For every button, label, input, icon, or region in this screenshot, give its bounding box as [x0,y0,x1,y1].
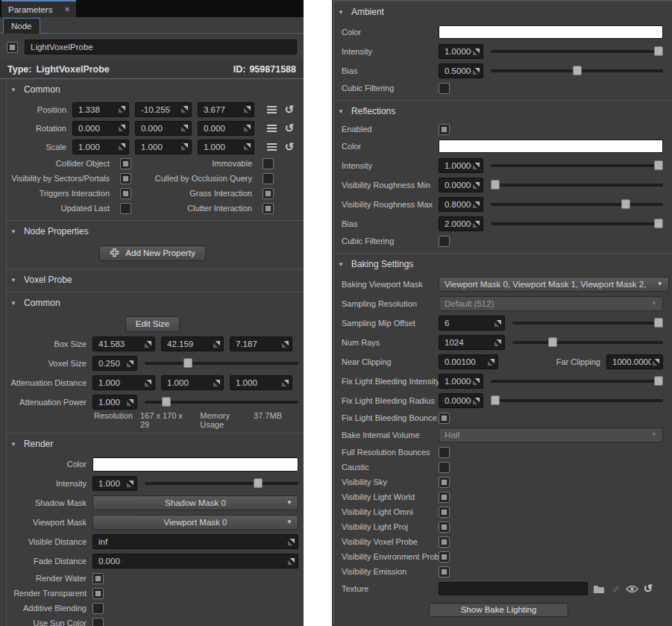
drag-spinner-icon[interactable] [494,320,501,327]
bias-field[interactable]: 0.50000 [439,63,483,78]
drag-spinner-icon[interactable] [181,143,188,150]
drag-spinner-icon[interactable] [145,341,151,348]
visibility-voxel-probe-checkbox[interactable] [439,536,450,548]
drag-spinner-icon[interactable] [494,339,501,346]
section-header-node-properties[interactable]: ▼Node Properties [7,221,304,242]
drag-spinner-icon[interactable] [127,360,134,367]
attenuation-power-field[interactable]: 1.000 [92,395,137,410]
rotation-x-field[interactable]: 0.000 [72,121,129,136]
position-x-field[interactable]: 1.338 [72,102,129,117]
drag-spinner-icon[interactable] [119,125,125,131]
attenuation-distance-x-field[interactable]: 1.000 [92,375,155,390]
tab-parameters[interactable]: Parameters × [1,0,76,17]
full-resolution-bounces-checkbox[interactable] [439,447,450,458]
reset-icon[interactable]: ↺ [283,103,296,116]
sampling-mip-offset-field[interactable]: 6 [439,316,505,331]
slider-thumb[interactable] [254,478,263,488]
immovable-checkbox[interactable] [263,158,274,169]
drag-spinner-icon[interactable] [119,143,125,150]
visibility-roughness-min-slider[interactable] [491,184,663,187]
use-sun-color-checkbox[interactable] [92,618,104,626]
visibility-roughness-min-field[interactable]: 0.00000 [439,178,483,193]
scale-y-field[interactable]: 1.000 [135,140,192,154]
slider-thumb[interactable] [183,358,192,368]
attenuation-distance-y-field[interactable]: 1.000 [161,375,224,390]
section-header-common[interactable]: ▼Common [7,79,304,100]
drag-spinner-icon[interactable] [288,539,295,545]
slider-thumb[interactable] [548,337,557,347]
intensity-slider[interactable] [491,50,663,53]
slider-thumb[interactable] [491,180,500,190]
folder-icon[interactable] [592,582,606,595]
render-water-checkbox[interactable] [92,573,104,584]
tab-node[interactable]: Node [3,18,40,34]
collider-object-checkbox[interactable] [120,158,131,169]
box-size-y-field[interactable]: 42.159 [161,337,224,351]
updated-last-checkbox[interactable] [120,203,131,214]
intensity-field[interactable]: 1.00000 [439,44,483,59]
drag-spinner-icon[interactable] [473,221,480,228]
slider-thumb[interactable] [654,219,663,228]
enabled-checkbox[interactable] [439,124,450,135]
voxel-size-slider[interactable] [145,362,298,365]
visibility-light-world-checkbox[interactable] [439,492,450,503]
caustic-checkbox[interactable] [439,462,450,473]
node-name-input[interactable]: LightVoxelProbe [25,40,297,54]
position-y-field[interactable]: -10.255 [135,102,192,117]
visibility-light-proj-checkbox[interactable] [439,522,450,533]
drag-spinner-icon[interactable] [473,182,480,189]
reset-icon[interactable]: ↺ [283,140,296,154]
fix-light-bleeding-radius-slider[interactable] [491,399,663,402]
node-enabled-checkbox[interactable] [7,42,18,53]
drag-spinner-icon[interactable] [488,359,494,366]
drag-spinner-icon[interactable] [181,125,188,131]
drag-spinner-icon[interactable] [282,341,289,348]
scale-x-field[interactable]: 1.000 [72,140,129,154]
visibility-environment-probe-checkbox[interactable] [439,551,450,563]
menu-icon[interactable] [265,140,278,154]
cubic-filtering-checkbox[interactable] [439,83,450,94]
section-header-common[interactable]: ▼Common [7,292,304,313]
voxel-size-field[interactable]: 0.250 [92,356,137,371]
num-rays-slider[interactable] [512,341,663,344]
drag-spinner-icon[interactable] [119,106,125,113]
visibility-light-omni-checkbox[interactable] [439,507,450,518]
slider-thumb[interactable] [162,397,171,407]
box-size-z-field[interactable]: 7.187 [230,337,292,351]
section-header-baking-settings[interactable]: ▼Baking Settings [334,254,672,275]
additive-blending-checkbox[interactable] [92,603,104,614]
menu-icon[interactable] [265,122,278,135]
drag-spinner-icon[interactable] [473,398,480,404]
color-color-swatch[interactable] [439,25,663,39]
attenuation-distance-z-field[interactable]: 1.000 [230,375,292,390]
show-bake-lighting-button[interactable]: Show Bake Lighting [429,603,568,617]
intensity-slider[interactable] [491,164,663,167]
render-transparent-checkbox[interactable] [92,588,104,599]
clutter-interaction-checkbox[interactable] [263,203,274,214]
bias-field[interactable]: 2.00000 [439,216,483,231]
visibility-roughness-max-field[interactable]: 0.80000 [439,197,483,212]
viewport-mask-dropdown[interactable]: Viewport Mask 0▼ [92,515,298,530]
slider-thumb[interactable] [654,376,663,386]
drag-spinner-icon[interactable] [653,359,659,366]
drag-spinner-icon[interactable] [244,125,251,131]
section-header-reflections[interactable]: ▼Reflections [334,101,672,122]
menu-icon[interactable] [265,103,278,116]
slider-thumb[interactable] [573,66,582,75]
fix-light-bleeding-radius-field[interactable]: 0.00000 [439,393,483,408]
triggers-interaction-checkbox[interactable] [120,188,131,199]
culled-by-occlusion-query-checkbox[interactable] [263,173,274,184]
drag-spinner-icon[interactable] [473,68,480,75]
slider-thumb[interactable] [654,160,663,170]
edit-size-button[interactable]: Edit Size [125,316,180,332]
intensity-slider[interactable] [145,482,298,485]
fix-light-bleeding-intensity-slider[interactable] [491,380,663,383]
visibility-sky-checkbox[interactable] [439,477,450,488]
cubic-filtering-checkbox[interactable] [439,236,450,247]
drag-spinner-icon[interactable] [127,481,134,487]
slider-thumb[interactable] [654,46,663,56]
close-icon[interactable]: × [64,5,69,14]
visibility-roughness-max-slider[interactable] [491,203,663,206]
drag-spinner-icon[interactable] [288,558,295,565]
shadow-mask-dropdown[interactable]: Shadow Mask 0▼ [92,495,298,510]
